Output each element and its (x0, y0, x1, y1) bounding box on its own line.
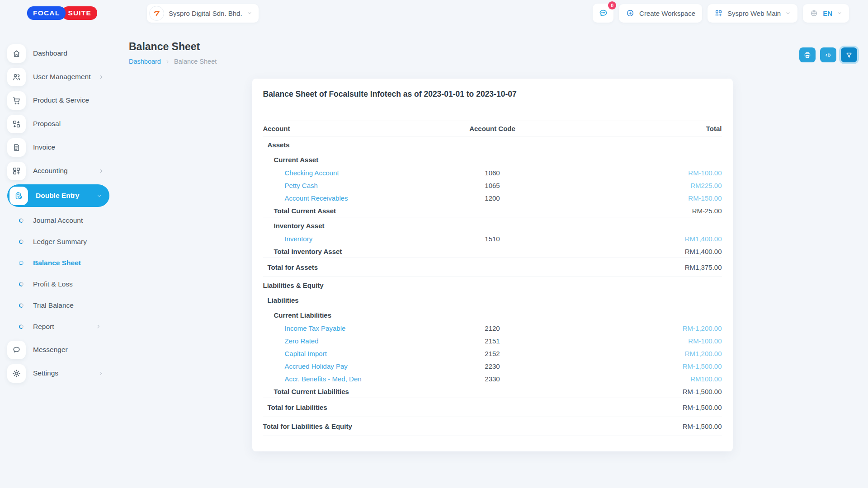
sidebar-item-settings[interactable]: Settings (7, 362, 110, 384)
cart-icon (7, 91, 26, 110)
chevron-right-icon (95, 324, 101, 329)
logo-suite: SUITE (62, 6, 97, 20)
account-link[interactable]: Petty Cash (285, 182, 318, 189)
row-total: RM-100.00 (538, 334, 722, 347)
row-total (538, 292, 722, 307)
grid-plus-icon (714, 9, 723, 18)
topbar: FOCALSUITE Syspro Digital Sdn. Bhd. 0 Cr… (0, 0, 868, 26)
invoice-file-icon (7, 138, 26, 157)
account-row-petty-cash: Petty Cash1065RM225.00 (263, 179, 722, 192)
workspace-switcher[interactable]: Syspro Web Main (708, 4, 797, 23)
account-code: 1060 (447, 166, 538, 179)
account-code: 2151 (447, 334, 538, 347)
sidebar-subitem-report[interactable]: Report (0, 316, 117, 337)
sidebar-item-proposal[interactable]: Proposal (7, 113, 110, 135)
account-link[interactable]: Checking Account (285, 169, 339, 177)
account-code (447, 217, 538, 233)
sidebar-item-invoice[interactable]: Invoice (7, 136, 110, 158)
topbar-right: 0 Create Workspace Syspro Web Main EN (593, 4, 849, 23)
summary-row-total-current-liabilities: Total Current LiabilitiesRM-1,500.00 (263, 385, 722, 398)
account-link[interactable]: Zero Rated (285, 337, 319, 345)
sidebar-item-accounting[interactable]: Accounting (7, 160, 110, 182)
account-code (447, 136, 538, 152)
bullet-icon (19, 281, 24, 287)
row-label: Total Current Asset (274, 207, 336, 215)
account-row-zero-rated: Zero Rated2151RM-100.00 (263, 334, 722, 347)
account-row-accr-benefits-med-den: Accr. Benefits - Med, Den2330RM100.00 (263, 372, 722, 385)
summary-row-total-for-liabilities: Total for LiabilitiesRM-1,500.00 (263, 398, 722, 417)
row-label: Total for Liabilities (268, 404, 327, 411)
create-workspace-button[interactable]: Create Workspace (619, 4, 702, 23)
summary-row-total-for-liabilities-equity: Total for Liabilities & EquityRM-1,500.0… (263, 417, 722, 436)
account-code: 1510 (447, 232, 538, 245)
account-row-accrued-holiday-pay: Accrued Holiday Pay2230RM-1,500.00 (263, 360, 722, 372)
users-icon (7, 68, 26, 86)
bullet-icon (19, 260, 24, 266)
summary-row-inventory-asset: Inventory Asset (263, 217, 722, 233)
account-link[interactable]: Income Tax Payable (285, 324, 346, 332)
embed-button[interactable] (820, 47, 836, 62)
account-link[interactable]: Accr. Benefits - Med, Den (285, 375, 362, 383)
summary-row-total-current-asset: Total Current AssetRM-25.00 (263, 204, 722, 217)
row-total: RM-25.00 (538, 204, 722, 217)
account-link[interactable]: Accrued Holiday Pay (285, 362, 348, 370)
sidebar: DashboardUser ManagementProduct & Servic… (0, 26, 117, 386)
workspace-selector[interactable]: Syspro Digital Sdn. Bhd. (147, 4, 259, 23)
row-label: Inventory Asset (274, 222, 325, 230)
account-code (447, 204, 538, 217)
messages-button[interactable]: 0 (593, 4, 613, 23)
sidebar-subitem-trial-balance[interactable]: Trial Balance (0, 295, 117, 316)
row-label: Total Inventory Asset (274, 248, 342, 255)
account-link[interactable]: Capital Import (285, 350, 327, 357)
account-code (447, 258, 538, 277)
workspace-name: Syspro Digital Sdn. Bhd. (169, 9, 242, 17)
row-total: RM225.00 (538, 179, 722, 192)
sidebar-item-messenger[interactable]: Messenger (7, 339, 110, 361)
row-total: RM-1,200.00 (538, 322, 722, 334)
row-total: RM-1,500.00 (538, 360, 722, 372)
plus-circle-icon (626, 9, 635, 18)
main-content: Balance Sheet Dashboard Balance Sheet Ba… (117, 26, 868, 488)
account-link[interactable]: Account Receivables (285, 194, 348, 202)
row-total (538, 136, 722, 152)
summary-row-total-for-assets: Total for AssetsRM1,375.00 (263, 258, 722, 277)
filter-button[interactable] (841, 47, 857, 62)
chevron-down-icon (837, 10, 842, 16)
sidebar-subitem-journal-account[interactable]: Journal Account (0, 210, 117, 231)
account-code (447, 385, 538, 398)
sidebar-item-product-service[interactable]: Product & Service (7, 89, 110, 111)
app-logo[interactable]: FOCALSUITE (27, 6, 97, 20)
summary-row-liabilities-equity: Liabilities & Equity (263, 277, 722, 292)
row-total: RM-1,500.00 (538, 385, 722, 398)
language-selector[interactable]: EN (803, 4, 849, 23)
sidebar-item-double-entry[interactable]: Double Entry (7, 184, 109, 207)
print-button[interactable] (799, 47, 816, 62)
globe-icon (810, 9, 818, 18)
chevron-down-icon (96, 193, 102, 199)
balance-sheet-table: Account Account Code Total AssetsCurrent… (263, 121, 722, 436)
row-total: RM-100.00 (538, 166, 722, 179)
double-entry-clipboard-icon (9, 187, 28, 205)
sidebar-subitem-profit-loss[interactable]: Profit & Loss (0, 273, 117, 295)
summary-row-liabilities: Liabilities (263, 292, 722, 307)
bullet-icon (19, 302, 24, 308)
settings-gear-icon (7, 364, 26, 383)
home-icon (7, 44, 26, 63)
account-link[interactable]: Inventory (285, 235, 313, 243)
sidebar-item-dashboard[interactable]: Dashboard (7, 42, 110, 64)
sidebar-subitem-balance-sheet[interactable]: Balance Sheet (0, 252, 117, 273)
account-code (447, 398, 538, 417)
account-code (447, 417, 538, 436)
syspro-logo-icon (149, 6, 164, 21)
sidebar-subitem-ledger-summary[interactable]: Ledger Summary (0, 231, 117, 252)
logo-focal: FOCAL (27, 6, 66, 20)
account-code (447, 245, 538, 258)
column-header-total: Total (538, 121, 722, 136)
breadcrumb-dashboard-link[interactable]: Dashboard (129, 58, 161, 65)
row-label: Liabilities & Equity (263, 282, 324, 289)
row-total: RM-150.00 (538, 192, 722, 204)
row-label: Liabilities (268, 296, 299, 304)
row-total (538, 307, 722, 322)
sidebar-item-user-management[interactable]: User Management (7, 66, 110, 88)
account-row-income-tax-payable: Income Tax Payable2120RM-1,200.00 (263, 322, 722, 334)
